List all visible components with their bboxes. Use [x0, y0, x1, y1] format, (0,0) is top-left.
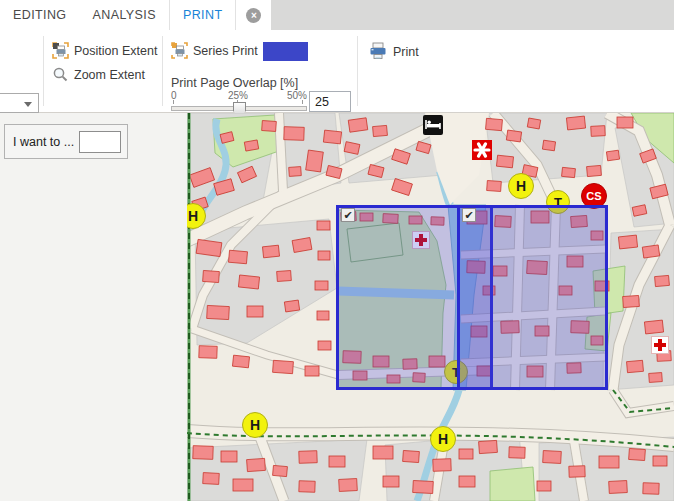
- map-view[interactable]: HHHHTTCS✔✔: [187, 113, 674, 501]
- slider-tick: [302, 100, 303, 104]
- hospital-marker: H: [242, 412, 268, 438]
- position-extent-label: Position Extent: [74, 44, 157, 58]
- series-print-button[interactable]: Series Print: [171, 42, 258, 59]
- tab-print[interactable]: PRINT: [169, 0, 237, 30]
- print-page-checkbox[interactable]: ✔: [341, 208, 355, 222]
- position-extent-button[interactable]: Position Extent: [52, 42, 157, 59]
- overlap-slider[interactable]: 0 25% 50%: [171, 90, 309, 112]
- tab-editing[interactable]: EDITING: [0, 0, 80, 30]
- print-label: Print: [393, 45, 419, 59]
- layer-dropdown[interactable]: [0, 93, 39, 113]
- group-divider: [357, 36, 358, 106]
- series-print-label: Series Print: [193, 44, 258, 58]
- hospital-marker: H: [430, 426, 456, 452]
- bed-icon: [423, 115, 443, 135]
- i-want-to-input[interactable]: [79, 131, 121, 153]
- close-tab-button[interactable]: ×: [236, 0, 271, 30]
- overlap-value-input[interactable]: [309, 91, 351, 112]
- print-button[interactable]: Print: [368, 42, 419, 61]
- slider-mid-label: 25%: [228, 90, 248, 101]
- pharmacy-star-marker: [472, 140, 492, 160]
- close-icon: ×: [246, 8, 261, 23]
- print-page-extent[interactable]: [457, 205, 608, 390]
- slider-tick: [173, 100, 174, 104]
- slider-max-label: 50%: [287, 90, 307, 101]
- printer-icon: [368, 42, 388, 61]
- hotel-marker: [423, 115, 443, 135]
- print-page-checkbox[interactable]: ✔: [462, 208, 476, 222]
- side-panel: I want to ...: [0, 113, 187, 501]
- ribbon: Position Extent Zoom Extent Series Print…: [0, 30, 674, 113]
- tab-bar-filler: [271, 0, 674, 30]
- zoom-extent-button[interactable]: Zoom Extent: [52, 66, 145, 83]
- hospital-marker: H: [508, 173, 534, 199]
- position-extent-icon: [52, 42, 69, 59]
- group-divider: [162, 36, 163, 106]
- zoom-extent-label: Zoom Extent: [74, 68, 145, 82]
- magnifier-icon: [52, 66, 69, 83]
- overlap-label: Print Page Overlap [%]: [171, 76, 298, 90]
- ribbon-tab-bar: EDITING ANALYSIS PRINT ×: [0, 0, 674, 30]
- i-want-to-box: I want to ...: [4, 124, 128, 159]
- series-print-icon: [171, 42, 188, 59]
- asterisk-icon: [472, 140, 492, 160]
- group-divider: [43, 36, 44, 106]
- app-window: EDITING ANALYSIS PRINT × Position Extent: [0, 0, 674, 501]
- series-color-swatch[interactable]: [263, 42, 308, 61]
- chevron-down-icon: [24, 102, 32, 107]
- tab-analysis[interactable]: ANALYSIS: [80, 0, 169, 30]
- i-want-to-label: I want to ...: [13, 135, 74, 149]
- red-cross-marker: [651, 336, 669, 354]
